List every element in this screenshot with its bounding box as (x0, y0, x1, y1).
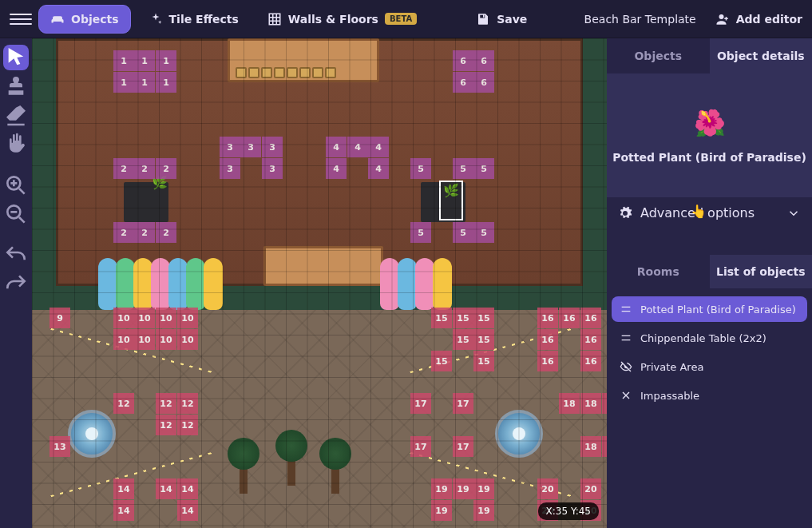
tile-label: 3 (262, 158, 283, 179)
tile-label: 15 (473, 329, 494, 350)
sofa-icon (50, 12, 65, 26)
tile-label: 3 (240, 137, 261, 157)
tile-label: 19 (431, 478, 452, 499)
tab-object-details[interactable]: Object details (710, 38, 813, 73)
save-button[interactable]: Save (465, 6, 538, 33)
tile-label: 14 (113, 478, 134, 499)
tile-label: 18 (580, 436, 601, 457)
tile-label: 5 (453, 158, 473, 179)
main-area: 1111116666333444222334455522255591010101… (0, 38, 812, 528)
tile-label: 5 (410, 222, 431, 243)
advanced-options-label: Advanced options (640, 205, 755, 220)
tile-label: 2 (134, 158, 155, 179)
tile-label: 2 (113, 222, 134, 243)
tile-label: 19 (431, 500, 452, 521)
tile-label: 10 (113, 308, 134, 328)
tile-label: 14 (156, 478, 176, 499)
tool-stamp[interactable] (3, 73, 29, 99)
beta-badge: BETA (385, 13, 417, 25)
map-canvas[interactable]: 1111116666333444222334455522255591010101… (32, 38, 607, 528)
drag-icon (620, 331, 632, 344)
tile-label: 10 (113, 329, 134, 350)
right-panel: Objects Object details 🌺 Potted Plant (B… (607, 38, 812, 528)
list-item-label: Private Area (640, 361, 703, 373)
tab-rooms[interactable]: Rooms (607, 255, 710, 288)
tile-label: 2 (134, 222, 155, 243)
tool-undo[interactable] (3, 243, 29, 268)
tab-objects-label: Objects (71, 13, 119, 26)
tile-label: 1 (156, 72, 176, 93)
tile-label: 5 (453, 222, 473, 243)
tile-label: 3 (220, 137, 240, 157)
tile-label: 10 (156, 329, 176, 350)
tile-label: 12 (177, 393, 198, 414)
list-item-label: Potted Plant (Bird of Paradise) (640, 304, 796, 316)
menu-button[interactable] (10, 8, 32, 30)
eye-off-icon (620, 360, 632, 373)
tile-label: 6 (453, 50, 473, 71)
panel-tabs-2: Rooms List of objects (607, 255, 812, 288)
tab-list-of-objects[interactable]: List of objects (710, 255, 813, 288)
list-item-label: Chippendale Table (2x2) (640, 332, 766, 344)
tile-label: 18 (559, 393, 580, 414)
tile-label: 15 (473, 308, 494, 328)
panel-tabs-1: Objects Object details (607, 38, 812, 73)
tile-label: 14 (177, 478, 198, 499)
sparkle-icon (149, 12, 163, 26)
tile-label: 19 (473, 500, 494, 521)
tile-label: 10 (177, 308, 198, 328)
tile-label: 2 (113, 158, 134, 179)
tab-walls-floors-label: Walls & Floors (288, 13, 378, 26)
add-editor-button[interactable]: Add editor (715, 12, 802, 26)
list-item[interactable]: Impassable (612, 383, 807, 408)
tool-zoom-in[interactable] (3, 173, 29, 198)
list-item[interactable]: Potted Plant (Bird of Paradise) (612, 296, 807, 322)
object-list: Potted Plant (Bird of Paradise)Chippenda… (607, 288, 812, 528)
save-label: Save (497, 13, 527, 26)
tile-label: 17 (410, 436, 431, 457)
tile-label: 12 (156, 415, 176, 435)
tile-label: 20 (580, 478, 601, 499)
tool-hand[interactable] (3, 131, 29, 157)
tile-label: 15 (431, 308, 452, 328)
tile-label: 6 (473, 50, 494, 71)
tab-walls-floors[interactable]: Walls & Floors BETA (256, 6, 428, 33)
tile-label: 3 (220, 158, 240, 179)
drag-icon (620, 303, 632, 316)
tool-zoom-out[interactable] (3, 201, 29, 227)
advanced-options-toggle[interactable]: Advanced options 👆 (607, 197, 812, 228)
tile-label: 4 (368, 137, 389, 157)
tile-label: 2 (156, 222, 176, 243)
tile-label: 9 (50, 308, 70, 328)
tile-label: 1 (134, 50, 155, 71)
x-icon (620, 389, 632, 402)
tab-tile-effects[interactable]: Tile Effects (137, 6, 250, 33)
tile-label: 5 (410, 158, 431, 179)
list-item[interactable]: Chippendale Table (2x2) (612, 325, 807, 351)
tile-label: 16 (537, 308, 558, 328)
tool-select[interactable] (3, 45, 29, 70)
tab-objects[interactable]: Objects (38, 5, 131, 34)
tile-label: 18 (602, 436, 607, 457)
gear-icon (618, 206, 632, 220)
chevron-down-icon (786, 206, 801, 220)
add-editor-label: Add editor (736, 13, 802, 26)
svg-point-0 (719, 14, 723, 19)
tab-objects-panel[interactable]: Objects (607, 38, 710, 73)
tile-label: 16 (537, 351, 558, 371)
tool-redo[interactable] (3, 272, 29, 297)
tile-label: 16 (580, 329, 601, 350)
tile-label: 16 (580, 351, 601, 371)
tool-erase[interactable] (3, 102, 29, 128)
tile-label: 12 (113, 393, 134, 414)
top-bar: Objects Tile Effects Walls & Floors BETA… (0, 0, 812, 38)
coords-badge: X:35 Y:45 (538, 502, 599, 520)
tile-label: 6 (473, 72, 494, 93)
list-item[interactable]: Private Area (612, 354, 807, 379)
tile-label: 10 (156, 308, 176, 328)
tile-label: 15 (431, 351, 452, 371)
tile-label: 16 (537, 329, 558, 350)
plant-icon: 🌺 (694, 108, 726, 138)
tile-label: 4 (347, 137, 368, 157)
tile-label: 3 (262, 137, 283, 157)
